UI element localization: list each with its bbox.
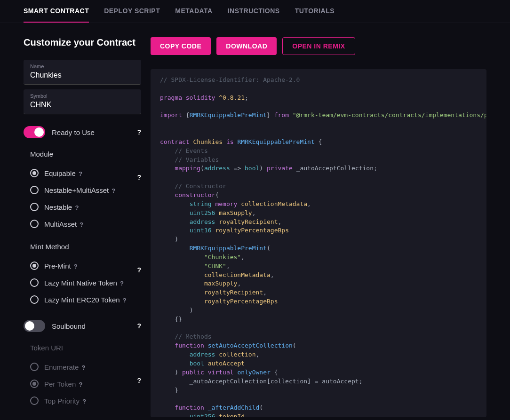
- help-icon[interactable]: ?: [82, 398, 86, 405]
- symbol-label: Symbol: [30, 93, 135, 99]
- help-icon[interactable]: ?: [112, 187, 115, 194]
- content: COPY CODE DOWNLOAD OPEN IN REMIX // SPDX…: [151, 37, 486, 417]
- radio-icon: [30, 220, 39, 228]
- token-uri-title: Token URI: [24, 344, 141, 352]
- radio-enumerate: Enumerate ?: [24, 358, 141, 375]
- ready-to-use-row: Ready to Use ?: [24, 126, 141, 138]
- radio-icon: [30, 186, 39, 194]
- name-label: Name: [30, 63, 135, 69]
- soulbound-toggle[interactable]: [24, 320, 45, 332]
- radio-icon: [30, 363, 39, 371]
- help-icon[interactable]: ?: [123, 297, 127, 304]
- help-icon[interactable]: ?: [137, 128, 141, 136]
- tab-instructions[interactable]: INSTRUCTIONS: [228, 0, 280, 23]
- download-button[interactable]: DOWNLOAD: [216, 37, 277, 55]
- mint-title: Mint Method: [24, 243, 141, 251]
- help-icon[interactable]: ?: [82, 364, 86, 371]
- soulbound-row: Soulbound ?: [24, 320, 141, 332]
- help-icon[interactable]: ?: [137, 377, 141, 384]
- tab-tutorials[interactable]: TUTORIALS: [295, 0, 335, 23]
- radio-per-token: Per Token ?: [24, 375, 141, 392]
- radio-premint[interactable]: Pre-Mint ?: [24, 257, 141, 274]
- tab-deploy-script[interactable]: DEPLOY SCRIPT: [104, 0, 160, 23]
- help-icon[interactable]: ?: [137, 174, 141, 181]
- actions: COPY CODE DOWNLOAD OPEN IN REMIX: [151, 37, 486, 55]
- token-uri-section: Token URI Enumerate ? ? Per Token ? Top …: [24, 344, 141, 409]
- page-title: Customize your Contract: [24, 37, 141, 48]
- help-icon[interactable]: ?: [75, 204, 79, 211]
- module-title: Module: [24, 150, 141, 158]
- name-field-group[interactable]: Name: [24, 60, 141, 85]
- help-icon[interactable]: ?: [74, 263, 78, 270]
- radio-icon: [30, 295, 39, 304]
- code-content: // SPDX-License-Identifier: Apache-2.0 p…: [160, 76, 477, 417]
- radio-icon: [30, 203, 39, 211]
- help-icon[interactable]: ?: [79, 170, 82, 177]
- tabs: SMART CONTRACT DEPLOY SCRIPT METADATA IN…: [0, 0, 510, 23]
- radio-icon: [30, 169, 39, 177]
- tab-metadata[interactable]: METADATA: [175, 0, 212, 23]
- help-icon[interactable]: ?: [79, 381, 82, 388]
- radio-icon: [30, 278, 39, 287]
- radio-lazy-erc20[interactable]: Lazy Mint ERC20 Token ?: [24, 291, 141, 308]
- radio-lazy-native[interactable]: Lazy Mint Native Token ?: [24, 274, 141, 291]
- code-editor[interactable]: // SPDX-License-Identifier: Apache-2.0 p…: [151, 69, 486, 417]
- radio-icon: [30, 380, 39, 388]
- radio-icon: [30, 396, 39, 405]
- help-icon[interactable]: ?: [137, 322, 141, 330]
- sidebar: Customize your Contract Name Symbol Read…: [24, 37, 141, 417]
- soulbound-label: Soulbound: [52, 322, 86, 330]
- ready-to-use-label: Ready to Use: [52, 128, 95, 136]
- radio-nestable-multiasset[interactable]: Nestable+MultiAsset ?: [24, 182, 141, 198]
- help-icon[interactable]: ?: [120, 280, 124, 287]
- radio-nestable[interactable]: Nestable ?: [24, 198, 141, 215]
- radio-icon: [30, 262, 39, 270]
- module-section: Module Equipable ? Nestable+MultiAsset ?…: [24, 150, 141, 232]
- tab-smart-contract[interactable]: SMART CONTRACT: [24, 0, 89, 23]
- help-icon[interactable]: ?: [80, 221, 83, 228]
- open-remix-button[interactable]: OPEN IN REMIX: [282, 37, 355, 55]
- symbol-input[interactable]: [30, 101, 135, 109]
- copy-code-button[interactable]: COPY CODE: [151, 37, 211, 55]
- radio-multiasset[interactable]: MultiAsset ?: [24, 215, 141, 232]
- radio-top-priority: Top Priority ?: [24, 392, 141, 409]
- help-icon[interactable]: ?: [137, 266, 141, 274]
- symbol-field-group[interactable]: Symbol: [24, 89, 141, 114]
- radio-equipable[interactable]: Equipable ?: [24, 165, 141, 182]
- mint-section: Mint Method Pre-Mint ? ? Lazy Mint Nativ…: [24, 243, 141, 308]
- ready-to-use-toggle[interactable]: [24, 126, 45, 138]
- name-input[interactable]: [30, 71, 135, 79]
